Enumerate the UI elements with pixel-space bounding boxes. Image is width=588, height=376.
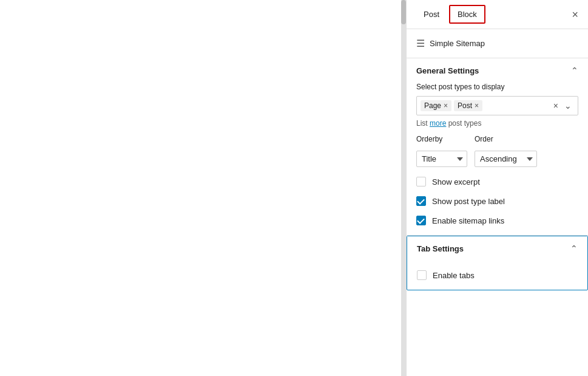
tab-group: Post Block	[416, 5, 485, 24]
close-button[interactable]: ×	[572, 9, 578, 20]
orderby-label: Orderby	[416, 135, 467, 143]
enable-sitemap-links-label: Enable sitemap links	[432, 216, 504, 225]
sidebar-scroll[interactable]: General Settings ⌃ Select post types to …	[407, 58, 588, 376]
block-icon: ☰	[416, 38, 425, 49]
orderby-select[interactable]: Title Date Modified ID Author Name Rand	[416, 151, 467, 167]
general-settings-title: General Settings	[416, 66, 479, 75]
tag-clear-button[interactable]: ×	[551, 100, 561, 112]
general-settings-content: Select post types to display Page × Post…	[407, 83, 588, 235]
block-title-row: ☰ Simple Sitemap	[407, 29, 588, 58]
tag-dropdown-button[interactable]: ⌄	[562, 100, 574, 112]
list-suffix: post types	[446, 119, 481, 128]
general-settings-header[interactable]: General Settings ⌃	[407, 58, 588, 83]
tag-input-actions: × ⌄	[551, 100, 574, 112]
scrollbar-thumb	[401, 0, 406, 24]
tab-settings-section: Tab Settings ⌃ Enable tabs	[407, 236, 588, 290]
order-field-group: Order Ascending Descending	[475, 135, 537, 167]
show-excerpt-row: Show excerpt	[416, 177, 578, 186]
tag-page: Page ×	[421, 100, 451, 111]
tag-page-remove[interactable]: ×	[444, 102, 448, 109]
tag-page-label: Page	[424, 101, 441, 110]
list-more-text: List more post types	[416, 119, 578, 128]
post-types-label: Select post types to display	[416, 83, 578, 91]
scrollbar[interactable]	[401, 0, 406, 376]
show-post-type-label-checkbox[interactable]	[416, 196, 426, 206]
order-select[interactable]: Ascending Descending	[475, 151, 537, 167]
tab-post[interactable]: Post	[416, 5, 447, 24]
show-post-type-label-row: Show post type label	[416, 196, 578, 206]
tag-post: Post ×	[454, 100, 482, 111]
general-settings-section: General Settings ⌃ Select post types to …	[407, 58, 588, 236]
tab-settings-title: Tab Settings	[417, 244, 464, 253]
show-excerpt-label: Show excerpt	[432, 177, 480, 186]
order-label: Order	[475, 135, 537, 143]
tag-post-remove[interactable]: ×	[475, 102, 479, 109]
tab-settings-chevron: ⌃	[570, 244, 578, 253]
general-settings-chevron: ⌃	[571, 66, 578, 75]
orderby-order-row: Orderby Title Date Modified ID Author Na…	[416, 135, 578, 167]
enable-sitemap-links-checkbox[interactable]	[416, 216, 426, 225]
sidebar-header: Post Block ×	[407, 0, 588, 29]
tag-input-container[interactable]: Page × Post × × ⌄	[416, 96, 578, 115]
show-excerpt-checkbox[interactable]	[416, 177, 426, 186]
tab-settings-content: Enable tabs	[407, 270, 587, 290]
enable-tabs-row: Enable tabs	[417, 270, 578, 280]
list-prefix: List	[416, 119, 430, 128]
enable-tabs-checkbox[interactable]	[417, 270, 427, 280]
main-content	[0, 0, 406, 376]
list-more-link[interactable]: more	[430, 119, 446, 128]
enable-tabs-label: Enable tabs	[433, 271, 475, 280]
block-title-label: Simple Sitemap	[430, 39, 485, 48]
enable-sitemap-links-row: Enable sitemap links	[416, 216, 578, 225]
tab-settings-header[interactable]: Tab Settings ⌃	[407, 236, 587, 261]
tab-block[interactable]: Block	[449, 5, 485, 24]
sidebar: Post Block × ☰ Simple Sitemap General Se…	[406, 0, 588, 376]
orderby-field-group: Orderby Title Date Modified ID Author Na…	[416, 135, 467, 167]
tag-post-label: Post	[458, 101, 472, 110]
show-post-type-label-label: Show post type label	[432, 197, 505, 206]
